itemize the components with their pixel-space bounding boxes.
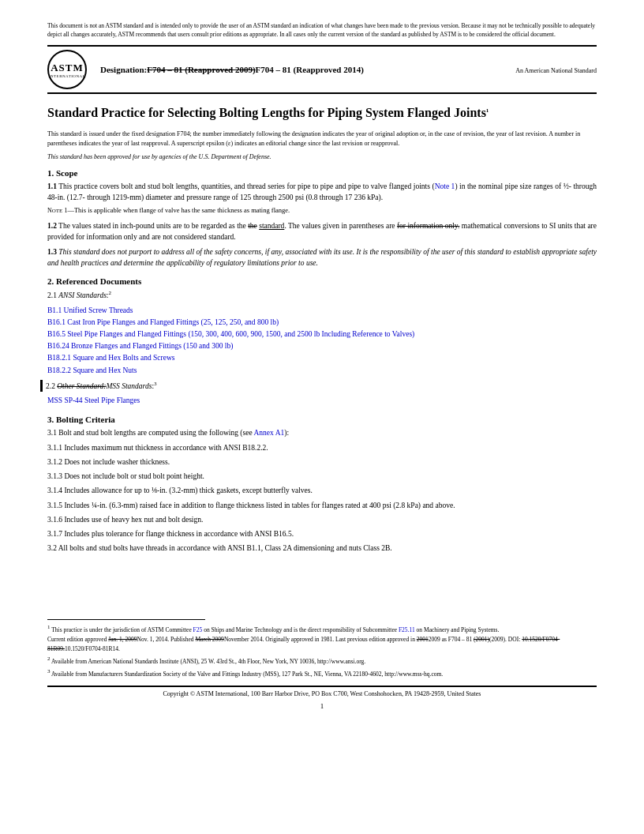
title-block: Standard Practice for Selecting Bolting … (47, 105, 597, 160)
other-standards-label: 2.2 Other Standard:MSS Standards:3 (47, 380, 597, 392)
para-3-1-6: 3.1.6 Includes use of heavy hex nut and … (47, 514, 597, 525)
ref-b16-24-link[interactable]: B16.24 Bronze Flanges and Flanged Fittin… (47, 342, 233, 350)
ansi-standards-label: 2.1 ANSI Standards:2 (47, 289, 597, 301)
note1-link[interactable]: Note 1 (435, 182, 455, 190)
title-superscript: 1 (486, 107, 489, 114)
section-3: 3. Bolting Criteria 3.1 Bolt and stud bo… (47, 415, 597, 554)
annex-a1-link[interactable]: Annex A1 (253, 429, 284, 437)
copyright-footer: Copyright © ASTM International, 100 Barr… (47, 686, 597, 697)
page-number: 1 (47, 702, 597, 710)
section-1: 1. Scope 1.1 This practice covers bolt a… (47, 168, 597, 269)
list-item: B1.1 Unified Screw Threads (47, 305, 597, 317)
designation-block: Designation: F704 – 81 (Reapproved 2009)… (100, 65, 597, 74)
para-3-1-3: 3.1.3 Does not include bolt or stud bolt… (47, 471, 597, 482)
section-2: 2. Referenced Documents 2.1 ANSI Standar… (47, 276, 597, 407)
para-3-2: 3.2 All bolts and stud bolts have thread… (47, 543, 597, 554)
astm-logo-text: ASTM (51, 62, 84, 74)
top-notice: This document is not an ASTM standard an… (47, 22, 597, 39)
astm-logo: ASTM INTERNATIONAL (47, 50, 91, 89)
list-item: B18.2.2 Square and Hex Nuts (47, 365, 597, 377)
ref-b1-1-link[interactable]: B1.1 Unified Screw Threads (47, 306, 133, 314)
footnote-current-edition: Current edition approved Jan. 1, 2009Nov… (47, 635, 597, 653)
document-title: Standard Practice for Selecting Bolting … (47, 105, 597, 122)
para-1-3: 1.3 This standard does not purport to ad… (47, 246, 597, 269)
american-national-standard: An American National Standard (515, 67, 597, 74)
section-1-heading: 1. Scope (47, 168, 597, 178)
footnote-2: 2 Available from American National Stand… (47, 655, 597, 666)
intro-paragraph-1: This standard is issued under the fixed … (47, 130, 597, 148)
para-3-1-4: 3.1.4 Includes allowance for up to ⅛-in.… (47, 485, 597, 496)
list-item: MSS SP-44 Steel Pipe Flanges (47, 395, 597, 407)
ansi-refs-list: B1.1 Unified Screw Threads B16.1 Cast Ir… (47, 305, 597, 377)
ref-mss-sp44-link[interactable]: MSS SP-44 Steel Pipe Flanges (47, 396, 140, 404)
mss-refs-list: MSS SP-44 Steel Pipe Flanges (47, 395, 597, 407)
document-header: ASTM INTERNATIONAL Designation: F704 – 8… (47, 45, 597, 94)
footnote-1: 1 This practice is under the jurisdictio… (47, 623, 597, 634)
designation-prefix: Designation: (100, 65, 147, 74)
list-item: B18.2.1 Square and Hex Bolts and Screws (47, 352, 597, 364)
para-3-1-2: 3.1.2 Does not include washer thickness. (47, 456, 597, 468)
para-3-1-5: 3.1.5 Includes ¼-in. (6.3-mm) raised fac… (47, 500, 597, 511)
note-1: NOTE 1—This is applicable when flange of… (47, 206, 597, 216)
footnote-divider (47, 619, 205, 620)
para-3-1: 3.1 Bolt and stud bolt lengths are compu… (47, 427, 597, 438)
para-1-2: 1.2 The values stated in inch-pound unit… (47, 220, 597, 243)
section-2-heading: 2. Referenced Documents (47, 276, 597, 286)
intro-paragraph-2: This standard has been approved for use … (47, 153, 597, 160)
astm-intl-text: INTERNATIONAL (49, 74, 86, 78)
footnote-3: 3 Available from Manufacturers Standardi… (47, 667, 597, 678)
section-3-heading: 3. Bolting Criteria (47, 415, 597, 424)
para-3-1-7: 3.1.7 Includes plus tolerance for flange… (47, 528, 597, 539)
designation-old: F704 – 81 (Reapproved 2009) (147, 65, 255, 74)
para-1-1: 1.1 This practice covers bolt and stud b… (47, 181, 597, 204)
ref-b18-2-1-link[interactable]: B18.2.1 Square and Hex Bolts and Screws (47, 354, 174, 362)
list-item: B16.24 Bronze Flanges and Flanged Fittin… (47, 340, 597, 352)
ref-b18-2-2-link[interactable]: B18.2.2 Square and Hex Nuts (47, 366, 137, 374)
ref-b16-5-link[interactable]: B16.5 Steel Pipe Flanges and Flanged Fit… (47, 330, 414, 338)
title-text: Standard Practice for Selecting Bolting … (47, 106, 486, 119)
list-item: B16.5 Steel Pipe Flanges and Flanged Fit… (47, 329, 597, 340)
para-3-1-1: 3.1.1 Includes maximum nut thickness in … (47, 442, 597, 453)
designation-new: F704 – 81 (Reapproved 2014) (256, 65, 364, 74)
ref-b16-1-link[interactable]: B16.1 Cast Iron Pipe Flanges and Flanged… (47, 318, 279, 326)
list-item: B16.1 Cast Iron Pipe Flanges and Flanged… (47, 317, 597, 329)
